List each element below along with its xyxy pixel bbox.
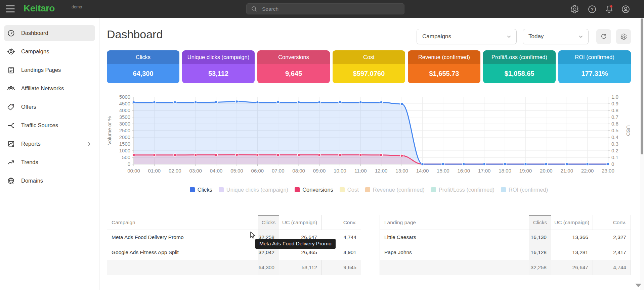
row-label[interactable]: Little Caesars (380, 230, 529, 245)
legend-label: ROI (confirmed) (509, 187, 548, 193)
metric-card-revenue-confirmed[interactable]: Revenue (confirmed)$1,655.73 (408, 50, 480, 83)
gear-icon (620, 33, 627, 40)
table-header-clicks[interactable]: Clicks (258, 215, 279, 230)
sidebar-item-domains[interactable]: Domains (0, 172, 99, 190)
sidebar-item-landings-pages[interactable]: Landings Pages (0, 61, 99, 79)
sidebar-item-campaigns[interactable]: Campaigns (0, 42, 99, 61)
metric-card-label: Clicks (107, 50, 179, 64)
legend-label: Clicks (198, 187, 212, 193)
legend-item-conversions[interactable]: Conversions (295, 187, 333, 193)
legend-item-cost[interactable]: Cost (340, 187, 359, 193)
svg-text:07:00: 07:00 (272, 168, 285, 174)
legend-label: Cost (347, 187, 359, 193)
main-content: Dashboard Campaigns Today Clicks64,300Un… (100, 18, 644, 290)
metric-card-conversions[interactable]: Conversions9,645 (257, 50, 330, 83)
dashboard-settings-button[interactable] (616, 29, 631, 44)
svg-text:12:00: 12:00 (375, 168, 388, 174)
svg-text:0.4: 0.4 (611, 134, 618, 140)
svg-text:13:00: 13:00 (395, 168, 408, 174)
sidebar: DashboardCampaignsLandings PagesAffiliat… (0, 18, 99, 290)
sidebar-item-label: Reports (21, 141, 41, 147)
metric-card-label: Cost (333, 50, 405, 64)
scrollbar-thumb[interactable] (641, 18, 643, 154)
table-header-uc-campaign[interactable]: UC (campaign) (551, 215, 593, 230)
menu-toggle-icon[interactable] (6, 5, 15, 12)
legend-item-profit-loss-confirmed[interactable]: Profit/Loss (confirmed) (431, 187, 495, 193)
table-header-campaign[interactable]: Campaign (107, 215, 258, 230)
account-icon[interactable] (621, 5, 630, 14)
refresh-icon (600, 33, 607, 40)
search-input[interactable] (261, 6, 404, 12)
row-label[interactable]: Meta Ads Food Delivery Promo (107, 230, 258, 245)
global-search[interactable] (246, 3, 404, 14)
legend-item-revenue-confirmed[interactable]: Revenue (confirmed) (365, 187, 425, 193)
svg-text:0.7: 0.7 (611, 114, 618, 120)
metric-card-roi-confirmed[interactable]: ROI (confirmed)177.31% (558, 50, 631, 83)
sort-indicator (529, 215, 551, 216)
legend-item-roi-confirmed[interactable]: ROI (confirmed) (501, 187, 548, 193)
legend-label: Profit/Loss (confirmed) (439, 187, 495, 193)
legend-swatch (501, 187, 506, 192)
chevron-down-icon (577, 33, 584, 40)
landing-pages-table: Landing pageClicksUC (campaign)Conv.Litt… (380, 215, 631, 275)
sidebar-item-offers[interactable]: $Offers (0, 98, 99, 116)
legend-label: Revenue (confirmed) (373, 187, 425, 193)
metric-card-value: 53,112 (182, 64, 255, 83)
table-header-uc-campaign[interactable]: UC (campaign) (279, 215, 321, 230)
metric-card-cost[interactable]: Cost$597.0760 (333, 50, 405, 83)
help-icon[interactable]: ? (588, 5, 597, 14)
svg-text:0.3: 0.3 (611, 141, 618, 147)
date-range-select-value: Today (528, 33, 577, 40)
sidebar-item-trends[interactable]: Trends (0, 153, 99, 172)
people-icon (7, 85, 15, 93)
metric-card-unique-clicks-campaign[interactable]: Unique clicks (campaign)53,112 (182, 50, 255, 83)
sidebar-item-label: Trends (21, 159, 38, 165)
notifications-icon[interactable] (605, 5, 614, 14)
date-range-select[interactable]: Today (523, 29, 589, 44)
svg-text:21:00: 21:00 (560, 168, 573, 174)
svg-text:03:00: 03:00 (189, 168, 202, 174)
metric-card-value: $1,058.65 (483, 64, 556, 83)
page-title: Dashboard (107, 28, 163, 41)
svg-text:0.5: 0.5 (611, 128, 618, 133)
sidebar-item-dashboard[interactable]: Dashboard (0, 24, 99, 42)
dashboard-chart: 005000.110000.215000.320000.425000.53000… (107, 94, 631, 176)
legend-item-unique-clicks-campaign[interactable]: Unique clicks (campaign) (219, 187, 288, 193)
settings-icon[interactable] (570, 5, 579, 14)
search-icon (251, 6, 257, 12)
svg-text:01:00: 01:00 (148, 168, 161, 174)
sidebar-item-reports[interactable]: Reports (0, 135, 99, 153)
top-bar: Keitaro demo ? (0, 0, 644, 18)
svg-text:2500: 2500 (119, 128, 130, 133)
grouping-select[interactable]: Campaigns (417, 29, 517, 44)
metric-card-clicks[interactable]: Clicks64,300 (107, 50, 179, 83)
row-label[interactable]: Papa Johns (380, 245, 529, 260)
metric-card-value: $597.0760 (333, 64, 405, 83)
metric-card-label: Unique clicks (campaign) (182, 50, 255, 64)
legend-label: Unique clicks (campaign) (226, 187, 288, 193)
sidebar-nav: DashboardCampaignsLandings PagesAffiliat… (0, 24, 99, 190)
table-header-conv[interactable]: Conv. (593, 215, 631, 230)
table-header-clicks[interactable]: Clicks (529, 215, 551, 230)
totals-conv: 4,744 (593, 260, 631, 275)
table-row[interactable]: Little Caesars16,13013,3662,327 (380, 230, 631, 245)
table-header-landing-page[interactable]: Landing page (380, 215, 529, 230)
grouping-select-value: Campaigns (422, 33, 506, 40)
metric-card-label: Revenue (confirmed) (408, 50, 480, 64)
row-label[interactable]: Google Ads Fitness App Split (107, 245, 258, 260)
table-header-conv[interactable]: Conv. (321, 215, 361, 230)
refresh-button[interactable] (596, 29, 611, 44)
table-row[interactable]: Papa Johns16,12813,2812,417 (380, 245, 631, 260)
gauge-icon (7, 29, 15, 37)
sidebar-item-label: Traffic Sources (21, 122, 58, 129)
totals-label (107, 260, 258, 275)
scroll-down-arrow-icon[interactable] (635, 284, 641, 287)
svg-text:0: 0 (128, 161, 130, 167)
sidebar-item-label: Dashboard (21, 30, 48, 36)
svg-text:18:00: 18:00 (499, 168, 511, 174)
legend-item-clicks[interactable]: Clicks (190, 187, 212, 193)
sidebar-item-traffic-sources[interactable]: Traffic Sources (0, 116, 99, 135)
keitaro-logo[interactable]: Keitaro (24, 3, 55, 14)
metric-card-profit-loss-confirmed[interactable]: Profit/Loss (confirmed)$1,058.65 (483, 50, 556, 83)
sidebar-item-affiliate-networks[interactable]: Affiliate Networks (0, 79, 99, 98)
